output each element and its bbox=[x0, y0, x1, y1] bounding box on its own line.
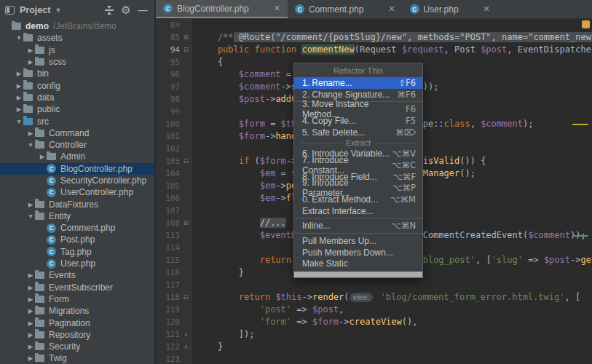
tab-label: User.php bbox=[424, 4, 459, 15]
tree-item-command[interactable]: ▶Command bbox=[0, 127, 154, 139]
tree-item-repository[interactable]: ▶Repository bbox=[0, 329, 154, 341]
tree-item-src[interactable]: ▼src bbox=[0, 115, 154, 127]
fold-collapse-icon[interactable]: ⊟ bbox=[183, 158, 189, 165]
stripe-mark-line-100[interactable] bbox=[572, 124, 588, 125]
menu-item-extract-interface[interactable]: Extract Interface... bbox=[294, 205, 422, 217]
tree-expand-arrow-icon[interactable]: ▶ bbox=[15, 70, 23, 77]
tree-item-js[interactable]: ▶js bbox=[0, 44, 154, 56]
tree-expand-arrow-icon[interactable]: ▶ bbox=[26, 284, 35, 291]
hide-panel-icon[interactable]: — bbox=[137, 4, 149, 16]
code-line-118[interactable]: return $this->render(view: 'blog/comment… bbox=[192, 291, 592, 304]
tree-item-user-php[interactable]: CUser.php bbox=[0, 258, 154, 269]
menu-item-7-introduce-constant[interactable]: 7. Introduce Constant...⌥⌘C bbox=[294, 159, 422, 171]
tree-expand-arrow-icon[interactable]: ▼ bbox=[26, 141, 35, 149]
tree-expand-arrow-icon[interactable]: ▶ bbox=[26, 320, 35, 327]
menu-item-0-extract-method[interactable]: 0. Extract Method...⌥⌘M bbox=[294, 194, 422, 205]
code-line-119[interactable]: 'post' => $post, bbox=[192, 304, 592, 316]
menu-item-1-rename[interactable]: 1. Rename...⇧F6 bbox=[294, 77, 422, 89]
folder-icon bbox=[35, 213, 44, 220]
tree-item-demo[interactable]: demo/JetBrains/demo bbox=[0, 20, 154, 32]
folded-region[interactable]: //... bbox=[260, 218, 286, 228]
close-icon[interactable]: ✕ bbox=[484, 5, 490, 13]
tree-item-twig[interactable]: ▶Twig bbox=[0, 352, 154, 364]
fold-expand-icon[interactable]: ⊞ bbox=[183, 220, 189, 226]
fold-collapse-icon[interactable]: ⊟ bbox=[183, 47, 189, 53]
tree-expand-arrow-icon[interactable]: ▼ bbox=[15, 34, 23, 41]
close-icon[interactable]: ✕ bbox=[388, 5, 395, 13]
tree-item-public[interactable]: ▶public bbox=[0, 103, 154, 115]
fold-end-icon[interactable]: ∧ bbox=[183, 344, 189, 350]
tree-expand-arrow-icon[interactable]: ▶ bbox=[26, 130, 35, 137]
code-line-94[interactable]: public function commentNew(Request $requ… bbox=[192, 44, 592, 56]
code-line-85[interactable]: /** @Route("/comment/{postSlug}/new", me… bbox=[192, 31, 592, 44]
tree-item-migrations[interactable]: ▶Migrations bbox=[0, 305, 154, 317]
tab-user-php[interactable]: CUser.php✕ bbox=[403, 0, 497, 18]
tree-item-security[interactable]: ▶Security bbox=[0, 341, 154, 352]
tab-blogcontroller-php[interactable]: CBlogController.php✕ bbox=[156, 0, 288, 18]
tree-item-config[interactable]: ▶config bbox=[0, 79, 154, 91]
tree-item-securitycontroller-php[interactable]: CSecurityController.php bbox=[0, 175, 154, 186]
tree-item-tag-php[interactable]: CTag.php bbox=[0, 246, 154, 258]
code-line-121[interactable]: ]); bbox=[192, 328, 592, 341]
tree-expand-arrow-icon[interactable]: ▶ bbox=[26, 47, 35, 54]
fold-end-icon[interactable]: ∧ bbox=[183, 331, 189, 338]
tree-item-assets[interactable]: ▼assets bbox=[0, 32, 154, 44]
project-panel-title[interactable]: Project bbox=[20, 5, 50, 15]
gear-icon[interactable]: ⚙ bbox=[120, 4, 132, 16]
tree-item-bin[interactable]: ▶bin bbox=[0, 68, 154, 79]
tree-item-scss[interactable]: ▶scss bbox=[0, 56, 154, 68]
menu-item-shortcut: ⇧F6 bbox=[398, 78, 416, 88]
tree-expand-arrow-icon[interactable]: ▶ bbox=[15, 106, 23, 113]
tree-expand-arrow-icon[interactable]: ▶ bbox=[26, 272, 35, 279]
tree-expand-arrow-icon[interactable]: ▶ bbox=[15, 94, 23, 101]
menu-item-inline[interactable]: Inline...⌥⌘N bbox=[294, 221, 422, 232]
tree-expand-arrow-icon[interactable]: ▼ bbox=[26, 213, 35, 220]
fold-collapse-icon[interactable]: ⊟ bbox=[183, 294, 189, 301]
menu-item-shortcut: ⌥⌘V bbox=[392, 149, 416, 159]
tree-expand-arrow-icon[interactable]: ▶ bbox=[26, 331, 35, 339]
tree-expand-arrow-icon[interactable]: ▶ bbox=[26, 307, 35, 314]
collapse-all-icon[interactable] bbox=[103, 4, 115, 16]
tree-expand-arrow-icon[interactable]: ▶ bbox=[26, 355, 35, 362]
tree-expand-arrow-icon[interactable]: ▶ bbox=[15, 82, 23, 90]
tree-item-entity[interactable]: ▼Entity bbox=[0, 210, 154, 222]
tree-item-form[interactable]: ▶Form bbox=[0, 293, 154, 305]
code-line-117[interactable] bbox=[192, 279, 592, 291]
tree-item-admin[interactable]: ▶Admin bbox=[0, 151, 154, 162]
tree-item-usercontroller-php[interactable]: CUserController.php bbox=[0, 186, 154, 198]
menu-item-9-introduce-parameter[interactable]: 9. Introduce Parameter...⌥⌘P bbox=[294, 183, 422, 194]
menu-item-3-move-instance-method[interactable]: 3. Move Instance Method...F6 bbox=[294, 103, 422, 115]
tree-expand-arrow-icon[interactable]: ▶ bbox=[26, 201, 35, 208]
tree-expand-arrow-icon[interactable]: ▶ bbox=[26, 343, 35, 350]
code-line-120[interactable]: 'form' => $form->createView(), bbox=[192, 316, 592, 328]
tree-expand-arrow-icon[interactable]: ▶ bbox=[26, 296, 35, 303]
chevron-down-icon[interactable]: ▼ bbox=[55, 7, 61, 14]
tree-expand-arrow-icon[interactable]: ▼ bbox=[15, 118, 23, 125]
inspections-badge[interactable] bbox=[582, 20, 590, 28]
fold-expand-icon[interactable]: ⊞ bbox=[183, 34, 189, 41]
tree-expand-arrow-icon[interactable]: ▶ bbox=[38, 153, 47, 160]
tree-expand-arrow-icon[interactable]: ▶ bbox=[26, 58, 35, 66]
code-token: => bbox=[523, 255, 544, 265]
code-line-123[interactable] bbox=[192, 353, 592, 364]
menu-item-5-safe-delete[interactable]: 5. Safe Delete...⌘⌦ bbox=[294, 127, 422, 138]
tree-item-data[interactable]: ▶data bbox=[0, 92, 154, 103]
tree-item-controller[interactable]: ▼Controller bbox=[0, 139, 154, 151]
tree-item-eventsubscriber[interactable]: ▶EventSubscriber bbox=[0, 282, 154, 293]
code-line-122[interactable]: } bbox=[192, 341, 592, 353]
code-line-84[interactable] bbox=[192, 19, 592, 31]
tree-item-pagination[interactable]: ▶Pagination bbox=[0, 317, 154, 328]
menu-item-2-change-signature[interactable]: 2. Change Signature...⌘F6 bbox=[294, 89, 422, 100]
menu-item-make-static[interactable]: Make Static bbox=[294, 258, 422, 270]
tab-comment-php[interactable]: CComment.php✕ bbox=[288, 0, 403, 18]
tree-item-events[interactable]: ▶Events bbox=[0, 269, 154, 281]
tree-item-datafixtures[interactable]: ▶DataFixtures bbox=[0, 198, 154, 210]
stripe-mark-line-113[interactable] bbox=[572, 235, 588, 237]
tree-item-comment-php[interactable]: CComment.php bbox=[0, 222, 154, 234]
folded-region[interactable]: @Route("/comment/{postSlug}/new", method… bbox=[234, 32, 592, 42]
tree-item-post-php[interactable]: CPost.php bbox=[0, 234, 154, 245]
tree-item-blogcontroller-php[interactable]: CBlogController.php bbox=[0, 163, 154, 175]
menu-item-pull-members-up[interactable]: Pull Members Up... bbox=[294, 235, 422, 247]
close-icon[interactable]: ✕ bbox=[274, 4, 280, 12]
menu-item-push-members-down[interactable]: Push Members Down... bbox=[294, 247, 422, 258]
